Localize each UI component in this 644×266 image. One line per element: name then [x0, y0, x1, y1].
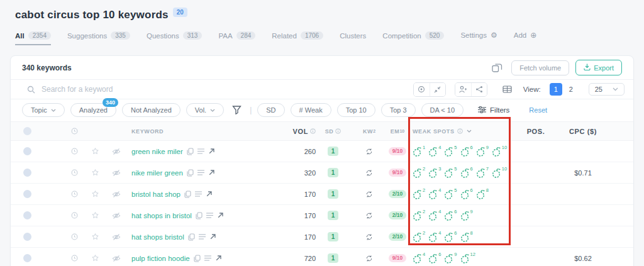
keyword-link[interactable]: hat shops in bristol [131, 212, 192, 219]
copy-icon[interactable] [196, 212, 203, 219]
weak-spot-fruit-icon[interactable]: 5 [444, 189, 457, 199]
tab-clusters[interactable]: Clusters [340, 32, 366, 45]
row-checkbox[interactable] [23, 211, 31, 219]
keyword-link[interactable]: pulp fiction hoodie [131, 255, 190, 262]
copy-icon[interactable] [187, 148, 194, 155]
history-clock-icon[interactable] [71, 148, 78, 155]
external-link-icon[interactable] [206, 191, 212, 197]
weak-spot-fruit-icon[interactable]: 6 [428, 253, 441, 263]
star-icon[interactable] [91, 190, 99, 198]
serp-list-icon[interactable] [206, 213, 213, 218]
filter-pill-da-10[interactable]: DA < 10 [421, 103, 464, 117]
weak-spot-fruit-icon[interactable]: 6 [460, 147, 473, 157]
copy-icon[interactable] [188, 233, 195, 241]
tab-settings[interactable]: Settings⚙ [460, 31, 497, 45]
collapse-button[interactable] [430, 83, 445, 96]
page-button-1[interactable]: 1 [550, 83, 562, 96]
history-clock-icon[interactable] [71, 255, 78, 262]
table-view-icon[interactable] [502, 86, 512, 93]
assign-user-button[interactable] [455, 83, 471, 96]
row-checkbox[interactable] [23, 233, 31, 241]
chevron-down-icon[interactable] [467, 130, 472, 133]
external-link-icon[interactable] [208, 170, 214, 176]
row-checkbox[interactable] [23, 254, 31, 262]
fetch-volume-button[interactable]: Fetch volume [511, 60, 569, 75]
history-clock-icon[interactable] [71, 212, 78, 219]
history-clock-icon[interactable] [71, 233, 78, 240]
page-button-2[interactable]: 2 [565, 83, 577, 96]
weak-spot-fruit-icon[interactable]: 12 [460, 253, 475, 263]
weak-spot-fruit-icon[interactable]: 6 [444, 232, 457, 242]
weak-spot-fruit-icon[interactable]: 6 [460, 168, 473, 178]
weak-spot-fruit-icon[interactable]: 4 [428, 211, 441, 221]
select-all-checkbox[interactable] [23, 127, 31, 135]
serp-list-icon[interactable] [197, 170, 204, 175]
filter-pill-analyzed[interactable]: Analyzed340 [70, 103, 116, 117]
weak-spot-fruit-icon[interactable]: 4 [428, 147, 441, 157]
em-header[interactable]: EM10 [388, 128, 407, 135]
external-link-icon[interactable] [217, 213, 223, 219]
filters-button[interactable]: Filters [474, 106, 513, 115]
filter-pill-top-3[interactable]: Top 3 [381, 103, 416, 117]
merge-icon[interactable] [492, 63, 502, 72]
weak-spot-fruit-icon[interactable]: 8 [460, 232, 473, 242]
filter-pill-top-10[interactable]: Top 10 [337, 103, 375, 117]
serp-list-icon[interactable] [197, 148, 204, 154]
tab-paa[interactable]: PAA284 [218, 31, 255, 45]
weak-spot-fruit-icon[interactable]: 2 [413, 211, 425, 221]
tab-related[interactable]: Related1706 [272, 31, 323, 45]
filter-pill-sd[interactable]: SD [257, 103, 284, 117]
keyword-header[interactable]: KEYWORD [126, 128, 275, 135]
tab-all[interactable]: All2354 [15, 31, 51, 45]
filter-pill-topic[interactable]: Topic [22, 103, 65, 117]
weak-spot-fruit-icon[interactable]: 1 [413, 147, 425, 157]
weak-spot-fruit-icon[interactable]: 6 [460, 189, 473, 199]
share-button[interactable] [471, 83, 487, 96]
weak-spot-fruit-icon[interactable]: 4 [428, 232, 441, 242]
tab-suggestions[interactable]: Suggestions335 [67, 31, 130, 45]
weak-spot-fruit-icon[interactable]: 9 [444, 253, 457, 263]
weak-spot-fruit-icon[interactable]: 10 [492, 147, 507, 157]
weak-spot-fruit-icon[interactable]: 4 [413, 253, 425, 263]
star-icon[interactable] [91, 254, 99, 262]
weak-spot-fruit-icon[interactable]: 9 [476, 147, 489, 157]
cpc-header[interactable]: CPC ($) [558, 128, 608, 135]
hide-eye-off-icon[interactable] [112, 233, 121, 241]
info-icon[interactable] [457, 128, 463, 134]
star-icon[interactable] [91, 147, 99, 155]
history-clock-icon[interactable] [71, 191, 78, 197]
funnel-icon[interactable] [230, 104, 244, 116]
weak-spot-fruit-icon[interactable]: 2 [413, 168, 425, 178]
external-link-icon[interactable] [209, 234, 216, 240]
row-checkbox[interactable] [23, 147, 31, 155]
info-icon[interactable] [335, 128, 341, 134]
filter-pill-weak[interactable]: # Weak [291, 103, 331, 117]
hide-eye-off-icon[interactable] [112, 191, 121, 198]
keyword-link[interactable]: green nike miler [131, 148, 183, 155]
external-link-icon[interactable] [208, 148, 214, 155]
history-clock-icon[interactable] [71, 169, 78, 176]
refresh-icon[interactable] [365, 255, 373, 262]
refresh-icon[interactable] [365, 169, 373, 177]
weak-spot-fruit-icon[interactable]: 3 [428, 168, 441, 178]
filter-pill-not-analyzed[interactable]: Not Analyzed [122, 103, 180, 117]
serp-list-icon[interactable] [199, 234, 206, 240]
search-input[interactable] [40, 84, 404, 94]
copy-icon[interactable] [194, 255, 201, 262]
keyword-link[interactable]: nike miler green [131, 169, 183, 177]
sd-header[interactable]: SD [316, 128, 350, 135]
refresh-icon[interactable] [365, 191, 373, 198]
copy-icon[interactable] [184, 191, 191, 198]
star-icon[interactable] [91, 211, 99, 219]
weak-spot-fruit-icon[interactable]: 10 [492, 168, 507, 178]
hide-eye-off-icon[interactable] [112, 212, 121, 219]
weak-spot-fruit-icon[interactable]: 5 [444, 147, 457, 157]
per-page-select[interactable]: 25 [589, 83, 625, 96]
kw-header[interactable]: KW2 [350, 128, 388, 135]
weak-spot-fruit-icon[interactable]: 8 [476, 189, 489, 199]
weak-spot-fruit-icon[interactable]: 4 [428, 189, 441, 199]
weak-spots-header[interactable]: WEAK SPOTS [407, 128, 514, 135]
refresh-icon[interactable] [365, 148, 373, 155]
refresh-icon[interactable] [365, 212, 373, 219]
target-button[interactable] [414, 83, 430, 96]
